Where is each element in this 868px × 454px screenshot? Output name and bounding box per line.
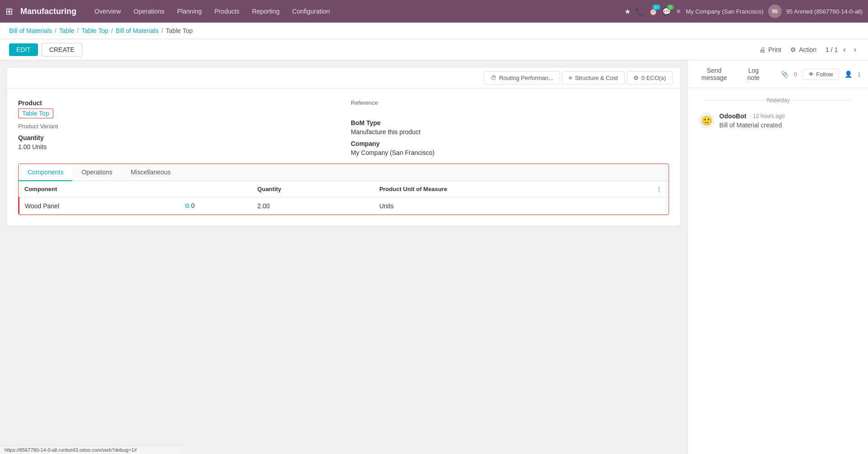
tabs-header: Components Operations Miscellaneous [19,164,669,181]
menu-operations[interactable]: Operations [128,5,170,18]
menu-configuration[interactable]: Configuration [287,5,335,18]
message-author: OdooBot [719,112,746,120]
chat-icon[interactable]: 💬 5 [662,7,671,16]
menu-overview[interactable]: Overview [89,5,126,18]
main-layout: ⏱ Routing Performan... ≡ Structure & Cos… [0,61,868,454]
col-component: Component [19,181,179,197]
message-content: OdooBot · 12 hours ago Bill of Material … [719,112,857,129]
col-menu: ⋮ [651,181,669,197]
tab-components[interactable]: Components [19,164,72,181]
breadcrumb-sep-2: / [77,27,79,34]
chat-icons: 📎 0 👁 Follow 👤 1 [781,69,861,80]
company-name: My Company (San Francisco) [686,8,764,15]
follow-icon: 👁 [808,71,814,78]
follow-label: Follow [816,71,833,78]
prev-button[interactable]: ‹ [840,45,848,55]
clock-icon[interactable]: ⏰ 37 [649,7,658,16]
bom-type-value: Manufacture this product [351,128,669,136]
follow-button[interactable]: 👁 Follow [802,69,839,80]
tab-miscellaneous[interactable]: Miscellaneous [122,164,180,181]
clock-badge: 37 [652,5,660,10]
breadcrumb-current: Table Top [166,27,193,34]
structure-button[interactable]: ≡ Structure & Cost [562,71,625,84]
routing-label: Routing Performan... [499,75,553,81]
product-group: Product Table Top Product Variant Quanti… [18,99,336,156]
eco-icon: ⚙ [633,75,639,81]
action-label: Action [799,46,816,53]
toolbar: EDIT CREATE 🖨 Print ⚙ Action 1 / 1 ‹ › [0,39,868,61]
copy-count: 0 [191,202,195,209]
attachment-icon[interactable]: 📎 [781,70,788,78]
form-card: ⏱ Routing Performan... ≡ Structure & Cos… [7,68,680,226]
company-label: Company [351,140,669,147]
date-divider: Yesterday [695,92,861,109]
menu-reporting[interactable]: Reporting [247,5,285,18]
follower-count: 1 [858,71,861,78]
cell-uom: Units [374,197,651,215]
quantity-label: Quantity [18,134,336,141]
breadcrumb-tabletop-1[interactable]: Table Top [81,27,108,34]
action-action[interactable]: ⚙ Action [790,46,816,53]
bom-type-label: BoM Type [351,119,669,126]
next-button[interactable]: › [851,45,859,55]
gear-icon: ⚙ [790,46,796,53]
cell-copy[interactable]: ⧉ 0 [179,197,252,215]
send-message-button[interactable]: Send message [695,65,733,83]
structure-label: Structure & Cost [575,75,618,81]
avatar[interactable]: 95 [768,5,782,18]
product-value[interactable]: Table Top [18,108,53,118]
routing-icon: ⏱ [491,75,496,81]
navbar: ⊞ Manufacturing Overview Operations Plan… [0,0,868,23]
pagination-count: 1 / 1 [826,46,838,53]
chat-badge: 5 [667,5,674,10]
tab-operations[interactable]: Operations [72,164,121,181]
pagination: 1 / 1 ‹ › [826,45,859,55]
log-note-button[interactable]: Log note [741,65,766,83]
tabs-container: Components Operations Miscellaneous Comp… [18,164,669,215]
menu-planning[interactable]: Planning [172,5,208,18]
person-icon[interactable]: 👤 [844,70,852,78]
print-action[interactable]: 🖨 Print [759,46,781,53]
message-time: · 12 hours ago [750,113,785,119]
reference-value [351,108,669,115]
structure-icon: ≡ [569,75,572,81]
print-label: Print [768,46,781,53]
cell-actions [651,197,669,215]
app-title: Manufacturing [20,7,76,16]
copy-icon[interactable]: ⧉ [185,202,189,209]
username: 95 Anmed (8567780-14-0-all) [786,8,863,15]
col-empty [179,181,252,197]
breadcrumb-sep-3: / [111,27,113,34]
col-quantity: Quantity [252,181,374,197]
chat-messages: Yesterday 🙂 OdooBot · 12 hours ago Bill … [688,88,868,454]
breadcrumb-bom-1[interactable]: Bill of Materials [9,27,52,34]
phone-icon[interactable]: 📞 [635,7,644,16]
routing-button[interactable]: ⏱ Routing Performan... [484,71,560,84]
form-panel: ⏱ Routing Performan... ≡ Structure & Cos… [0,61,687,454]
chat-panel: Send message Log note 📎 0 👁 Follow 👤 1 Y… [687,61,868,454]
close-icon[interactable]: ✕ [676,8,681,15]
main-menu: Overview Operations Planning Products Re… [89,5,621,18]
grid-icon[interactable]: ⊞ [5,6,13,17]
breadcrumb-table[interactable]: Table [59,27,74,34]
eco-label: 0 ECO(s) [642,75,666,81]
quantity-value: 1.00 Units [18,143,336,150]
column-menu-icon[interactable]: ⋮ [656,186,662,192]
eco-button[interactable]: ⚙ 0 ECO(s) [627,71,673,84]
attachment-count: 0 [794,71,797,78]
message-text: Bill of Material created [719,122,857,129]
chat-toolbar: Send message Log note 📎 0 👁 Follow 👤 1 [688,61,868,88]
star-icon[interactable]: ★ [624,7,631,16]
create-button[interactable]: CREATE [42,43,82,56]
breadcrumb-bom-2[interactable]: Bill of Materials [116,27,159,34]
url-bar: https://8567780-14-0-all.runbot43.odoo.c… [0,445,181,454]
table-row[interactable]: Wood Panel ⧉ 0 2.00 Units [19,197,669,215]
product-variant-label: Product Variant [18,123,336,130]
components-table: Component Quantity Product Unit of Measu… [19,181,669,215]
form-row-1: Product Table Top Product Variant Quanti… [18,99,669,156]
status-bar: ⏱ Routing Performan... ≡ Structure & Cos… [7,68,680,89]
menu-products[interactable]: Products [209,5,245,18]
breadcrumb: Bill of Materials / Table / Table Top / … [0,23,868,39]
reference-group: Reference BoM Type Manufacture this prod… [351,99,669,156]
edit-button[interactable]: EDIT [9,43,38,56]
